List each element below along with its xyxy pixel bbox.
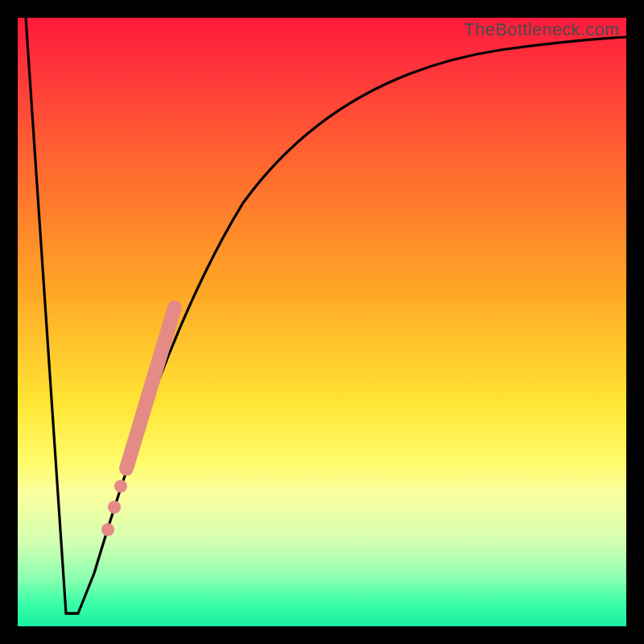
chart-frame: TheBottleneck.com bbox=[0, 0, 644, 644]
highlight-dot bbox=[101, 523, 114, 536]
highlight-dot bbox=[108, 501, 121, 514]
plot-area: TheBottleneck.com bbox=[18, 18, 626, 626]
bottleneck-curve bbox=[18, 18, 626, 626]
highlight-dot bbox=[114, 480, 127, 493]
curve-path bbox=[26, 18, 626, 613]
highlight-segment bbox=[126, 308, 175, 469]
